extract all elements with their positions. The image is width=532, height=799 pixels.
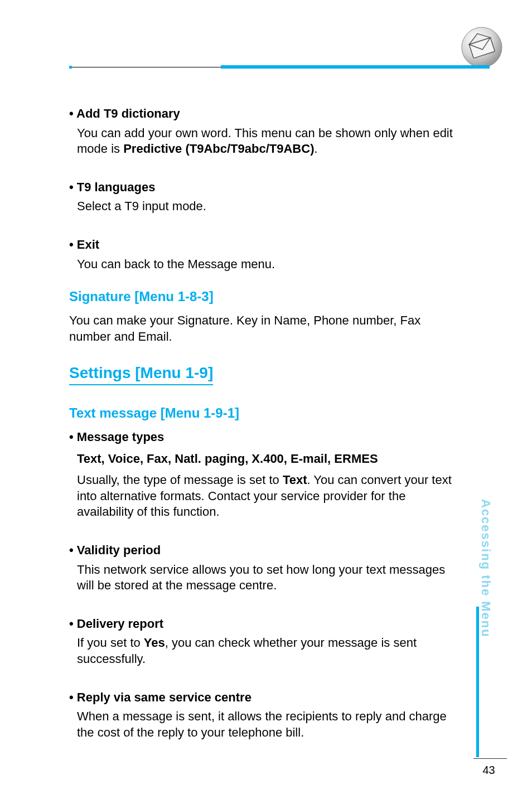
- text: Usually, the type of message is set to: [77, 473, 283, 487]
- heading-settings: Settings [Menu 1-9]: [69, 363, 213, 385]
- item-message-types: • Message types Text, Voice, Fax, Natl. …: [69, 429, 460, 520]
- item-title: • Add T9 dictionary: [69, 106, 460, 122]
- footer-bar-vertical: [476, 607, 479, 757]
- heading-text-message: Text message [Menu 1-9-1]: [69, 404, 460, 422]
- item-title: • T9 languages: [69, 180, 460, 196]
- header-rule-thick: [221, 65, 490, 69]
- item-body: You can back to the Message menu.: [77, 256, 460, 273]
- item-exit: • Exit You can back to the Message menu.: [69, 237, 460, 272]
- item-reply-same-centre: • Reply via same service centre When a m…: [69, 690, 460, 741]
- signature-body: You can make your Signature. Key in Name…: [69, 313, 460, 345]
- footer-rule: [476, 758, 507, 759]
- page-content: • Add T9 dictionary You can add your own…: [69, 106, 460, 740]
- item-t9-languages: • T9 languages Select a T9 input mode.: [69, 180, 460, 215]
- item-add-t9-dictionary: • Add T9 dictionary You can add your own…: [69, 106, 460, 157]
- item-body: This network service allows you to set h…: [77, 562, 460, 594]
- item-title: • Delivery report: [69, 616, 460, 632]
- envelope-icon: [460, 25, 504, 70]
- footer-rule-left: [473, 758, 476, 759]
- text-bold: Predictive (T9Abc/T9abc/T9ABC): [123, 142, 314, 156]
- header-rule-thin: [72, 67, 221, 67]
- heading-signature: Signature [Menu 1-8-3]: [69, 288, 460, 305]
- text: If you set to: [77, 636, 144, 650]
- item-delivery-report: • Delivery report If you set to Yes, you…: [69, 616, 460, 667]
- item-body: Select a T9 input mode.: [77, 198, 460, 215]
- item-title: • Exit: [69, 237, 460, 253]
- item-validity-period: • Validity period This network service a…: [69, 543, 460, 594]
- item-title: • Validity period: [69, 543, 460, 559]
- item-body: When a message is sent, it allows the re…: [77, 709, 460, 740]
- item-body: Usually, the type of message is set to T…: [77, 472, 460, 520]
- item-title: • Message types: [69, 429, 460, 445]
- item-title: • Reply via same service centre: [69, 690, 460, 706]
- item-body: You can add your own word. This menu can…: [77, 125, 460, 157]
- page-header: [0, 25, 532, 75]
- side-section-label: Accessing the Menu: [478, 499, 493, 638]
- text: .: [314, 142, 317, 156]
- message-types-subhead: Text, Voice, Fax, Natl. paging, X.400, E…: [77, 451, 460, 467]
- item-body: If you set to Yes, you can check whether…: [77, 635, 460, 667]
- text-bold: Text: [283, 473, 307, 487]
- page-footer: 43: [476, 764, 501, 777]
- text-bold: Yes: [144, 636, 165, 650]
- page-number: 43: [482, 764, 495, 776]
